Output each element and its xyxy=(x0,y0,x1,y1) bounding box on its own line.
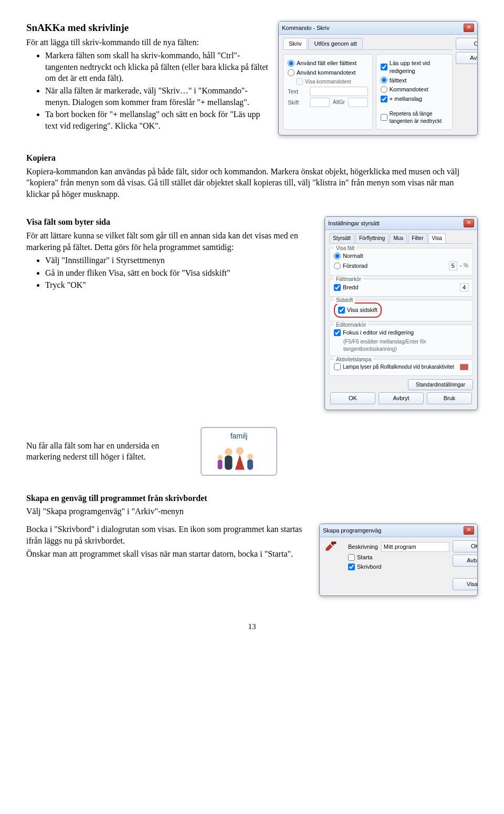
tab-mus[interactable]: Mus xyxy=(390,233,407,243)
check-lampa[interactable]: Lampa lyser på Rolltalkmodul vid brukara… xyxy=(334,363,468,371)
dialog-titlebar: Kommando - Skriv ✕ xyxy=(279,22,477,35)
checkbox-label: Starta xyxy=(357,554,372,561)
section-header: Kopiera xyxy=(26,152,478,164)
close-icon[interactable]: ✕ xyxy=(464,219,474,227)
close-icon[interactable]: ✕ xyxy=(464,526,474,535)
percent-label: – % xyxy=(459,262,468,269)
section-familj-note: Nu får alla fält som har en undersida en… xyxy=(26,427,478,476)
dialog-kommando-skriv: Kommando - Skriv ✕ Skriv Utförs genom at… xyxy=(278,21,478,135)
radio-kommandotext[interactable]: Kommandotext xyxy=(381,86,448,93)
check-skrivbord[interactable]: Skrivbord xyxy=(348,563,449,571)
dialog-skapa-genvag: Skapa programgenväg ✕ Beskrivning Mitt p… xyxy=(319,524,478,596)
check-bredd[interactable]: Bredd 4 xyxy=(334,283,468,292)
section-text: Bocka i "Skrivbord" i dialogrutan som vi… xyxy=(26,524,313,560)
svg-rect-4 xyxy=(247,460,253,470)
check-las-upp[interactable]: Läs upp text vid redigering xyxy=(381,59,448,75)
cancel-button[interactable]: Avbryt xyxy=(379,392,424,404)
dialog-title-text: Inställningar styrsätt xyxy=(328,220,380,227)
section-intro: För att lägga till skriv-kommando till d… xyxy=(26,37,272,48)
body-line: Önskar man att programmet skall visas nä… xyxy=(26,548,313,560)
svg-point-0 xyxy=(225,448,232,455)
checkbox-label: Bredd xyxy=(343,284,358,291)
checkbox-label: Läs upp text vid redigering xyxy=(390,59,448,75)
list-item: Gå in under fliken Visa, sätt en bock fö… xyxy=(45,267,318,279)
body-line: Välj "Skapa programgenväg" i "Arkiv"-men… xyxy=(26,506,478,517)
section-header: Visa fält som byter sida xyxy=(26,216,318,228)
beskrivning-field[interactable]: Mitt program xyxy=(381,542,449,552)
group-title: Sidskift xyxy=(334,297,355,304)
cancel-button[interactable]: Avbryt xyxy=(456,52,478,64)
tab-forflyttning[interactable]: Förflyttning xyxy=(355,233,388,243)
radio-label: fälttext xyxy=(390,77,406,85)
check-starta[interactable]: Starta xyxy=(348,554,449,561)
ok-button[interactable]: OK xyxy=(453,540,478,552)
tab-visa[interactable]: Visa xyxy=(428,233,446,243)
lamp-icon xyxy=(460,364,468,370)
beskrivning-label: Beskrivning xyxy=(348,543,378,551)
dialog-titlebar: Inställningar styrsätt ✕ xyxy=(325,217,477,230)
checkbox-label: Lampa lyser på Rolltalkmodul vid brukara… xyxy=(343,363,454,371)
forstorad-value[interactable]: 5 xyxy=(449,262,457,270)
list-item: Välj "Innstillingar" i Styrsettmenyn xyxy=(45,255,318,266)
svg-rect-6 xyxy=(218,460,223,469)
ok-button[interactable]: OK xyxy=(330,392,375,404)
altgr-field[interactable] xyxy=(348,98,368,107)
radio-label: Använd fält eller fälttext xyxy=(297,59,356,67)
section-skrivlinje: SnAKKa med skrivlinje För att lägga till… xyxy=(26,21,478,135)
section-body: Kopiera-kommandon kan användas på både f… xyxy=(26,166,478,200)
ok-button[interactable]: OK xyxy=(456,38,478,50)
close-icon[interactable]: ✕ xyxy=(464,24,474,32)
bullet-list: Markera fälten som skall ha skriv-komman… xyxy=(45,50,272,131)
altgr-label: AltGr xyxy=(333,99,345,106)
hammer-icon xyxy=(324,540,339,555)
page-number: 13 xyxy=(26,621,478,632)
section-header: SnAKKa med skrivlinje xyxy=(26,21,272,35)
tab-skriv[interactable]: Skriv xyxy=(283,38,307,49)
dialog-titlebar: Skapa programgenväg ✕ xyxy=(320,524,477,537)
highlight-circle: Visa sidskift xyxy=(334,302,382,318)
skift-field[interactable] xyxy=(310,98,330,107)
list-item: Ta bort bocken för "+ mellanslag" och sä… xyxy=(45,109,272,131)
section-text: Visa fält som byter sida För att lättare… xyxy=(26,216,318,292)
list-item: När alla fälten är markerade, välj "Skri… xyxy=(45,85,272,108)
dialog-title-text: Skapa programgenväg xyxy=(323,527,381,535)
bruk-button[interactable]: Bruk xyxy=(427,392,472,404)
section-genvag: Skapa en genväg till programmet från skr… xyxy=(26,493,478,596)
familj-figure: familj xyxy=(201,427,277,476)
radio-anvand-kommandotext[interactable]: Använd kommandotext xyxy=(288,69,368,77)
group-title: Aktivitetslampa xyxy=(334,356,373,363)
svg-point-3 xyxy=(247,454,253,460)
group-title: Visa fält xyxy=(334,245,356,252)
tab-filter[interactable]: Filter xyxy=(408,233,427,243)
section-text: SnAKKa med skrivlinje För att lägga till… xyxy=(26,21,272,132)
section-visa-falt: Visa fält som byter sida För att lättare… xyxy=(26,216,478,410)
dialog-title-text: Kommando - Skriv xyxy=(282,24,329,32)
svg-point-2 xyxy=(236,447,244,454)
svg-point-5 xyxy=(218,455,223,460)
fokus-subtext: (F5/F6 ersätter mellanslag/Enter för tan… xyxy=(343,338,468,352)
bredd-value[interactable]: 4 xyxy=(460,283,468,292)
check-visa-kommandotext[interactable]: Visa kommandotext xyxy=(296,78,368,86)
svg-rect-1 xyxy=(225,455,232,469)
check-fokus[interactable]: Fokus i editor vid redigering xyxy=(334,329,468,337)
radio-forstorad[interactable]: Förstorad 5 – % xyxy=(334,262,468,270)
radio-label: Förstorad xyxy=(343,262,368,270)
radio-anvand-falt[interactable]: Använd fält eller fälttext xyxy=(288,59,368,67)
check-mellanslag[interactable]: + mellanslag xyxy=(381,95,448,103)
skift-label: Skift xyxy=(288,99,307,107)
text-field[interactable] xyxy=(310,87,368,96)
radio-normalt[interactable]: Normalt xyxy=(334,252,468,260)
familj-image xyxy=(205,441,273,472)
std-button[interactable]: Standardinställningar xyxy=(408,379,473,391)
section-header: Skapa en genväg till programmet från skr… xyxy=(26,493,478,504)
cancel-button[interactable]: Avbryt xyxy=(453,555,478,567)
checkbox-label: Repetera så länge tangenten är nedtryckt xyxy=(390,110,448,124)
tab-styrsatt[interactable]: Styrsätt xyxy=(329,233,354,243)
radio-falttext[interactable]: fälttext xyxy=(381,77,448,85)
tab-utfors[interactable]: Utförs genom att xyxy=(308,38,362,49)
checkbox-label: Fokus i editor vid redigering xyxy=(343,329,414,337)
dialog-installningar: Inställningar styrsätt ✕ Styrsätt Förfly… xyxy=(324,216,478,410)
check-repetera[interactable]: Repetera så länge tangenten är nedtryckt xyxy=(381,110,448,124)
check-visa-sidskift[interactable]: Visa sidskift xyxy=(338,306,377,314)
visa-button[interactable]: Visa… xyxy=(453,578,478,590)
